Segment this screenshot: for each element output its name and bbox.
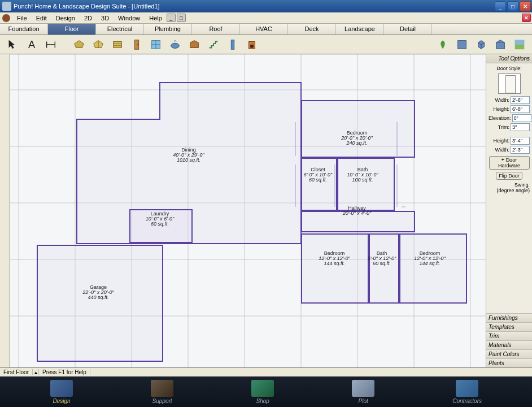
dock-support[interactable]: Support [151, 380, 173, 404]
tab-roof[interactable]: Roof [192, 24, 240, 34]
tab-electrical[interactable]: Electrical [96, 24, 144, 34]
tab-plumbing[interactable]: Plumbing [144, 24, 192, 34]
menu-2d[interactable]: 2D [80, 14, 97, 23]
swing-label: Swing: [489, 182, 530, 188]
view-2d-icon[interactable] [454, 37, 470, 53]
svg-text:60 sq.ft.: 60 sq.ft. [373, 261, 391, 266]
status-floor[interactable]: First Floor [0, 369, 33, 375]
svg-rect-35 [302, 234, 368, 303]
tool-options-panel: Tool Options Door Style: Width: Height: … [486, 54, 532, 367]
panel-furnishings[interactable]: Furnishings [486, 313, 532, 322]
dock-plot[interactable]: Plot [352, 380, 374, 404]
height2-label: Height: [489, 138, 511, 144]
minimize-button[interactable]: _ [495, 1, 506, 11]
drawing-canvas[interactable]: Dining40'-0" x 29'-0"1010 sq.ft.Laundry1… [10, 54, 486, 367]
menu-3d[interactable]: 3D [97, 14, 114, 23]
mdi-minimize-button[interactable]: _ [167, 14, 176, 22]
svg-rect-30 [37, 245, 163, 361]
mdi-restore-button[interactable]: □ [177, 14, 186, 22]
width-label: Width: [489, 97, 511, 103]
width2-label: Width: [489, 147, 511, 153]
vertical-ruler: ◀ [0, 54, 10, 367]
cabinet-tool-icon[interactable] [186, 37, 202, 53]
door-style-preview[interactable] [498, 73, 521, 94]
panel-paint-colors[interactable]: Paint Colors [486, 349, 532, 358]
contractors-icon [456, 380, 478, 397]
svg-point-3 [137, 44, 138, 45]
svg-text:A: A [28, 38, 36, 50]
flip-door-button[interactable]: Flip Door [496, 172, 522, 180]
svg-text:240 sq.ft.: 240 sq.ft. [346, 140, 367, 146]
width-input[interactable] [511, 96, 530, 104]
category-tabs: Foundation Floor Electrical Plumbing Roo… [0, 24, 532, 35]
view-3d-icon[interactable] [473, 37, 489, 53]
elevation-input[interactable] [512, 114, 531, 122]
floor-tool-3-icon[interactable] [110, 37, 125, 53]
menu-edit[interactable]: Edit [32, 14, 51, 23]
panel-trim[interactable]: Trim [486, 331, 532, 340]
window-title: Punch! Home & Landscape Design Suite - [… [14, 3, 160, 10]
svg-text:100 sq.ft.: 100 sq.ft. [352, 177, 373, 183]
door-hardware-button[interactable]: + Door Hardware [489, 156, 530, 170]
view-render-icon[interactable] [512, 37, 527, 53]
door-tool-icon[interactable] [129, 37, 145, 53]
maximize-button[interactable]: □ [507, 1, 518, 11]
svg-rect-12 [515, 40, 525, 44]
app-logo-icon [2, 14, 10, 22]
toolbar: A [0, 35, 532, 54]
panel-plants[interactable]: Plants [486, 358, 532, 367]
text-tool[interactable]: A [24, 37, 40, 53]
tab-deck[interactable]: Deck [288, 24, 336, 34]
tab-detail[interactable]: Detail [384, 24, 432, 34]
menu-file[interactable]: File [12, 14, 32, 23]
menu-window[interactable]: Window [114, 14, 145, 23]
height-input[interactable] [511, 105, 530, 113]
svg-rect-8 [250, 45, 254, 48]
eco-tool-icon[interactable] [435, 37, 451, 53]
svg-text:144 sq.ft.: 144 sq.ft. [324, 261, 345, 266]
svg-rect-9 [458, 40, 466, 49]
mdi-close-button[interactable]: ✕ [522, 14, 531, 22]
svg-rect-31 [302, 101, 415, 157]
svg-text:60 sq.ft.: 60 sq.ft. [309, 177, 327, 183]
panel-templates[interactable]: Templates [486, 322, 532, 331]
height2-input[interactable] [511, 137, 530, 145]
svg-rect-33 [338, 158, 394, 210]
trim-label: Trim: [489, 124, 511, 130]
plumbing-tool-icon[interactable] [167, 37, 183, 53]
dock-shop[interactable]: Shop [251, 380, 274, 404]
menu-design[interactable]: Design [51, 14, 80, 23]
fireplace-tool-icon[interactable] [244, 37, 260, 53]
dock-design[interactable]: Design [50, 380, 73, 404]
dock-contractors[interactable]: Contractors [452, 380, 482, 404]
tab-landscape[interactable]: Landscape [336, 24, 384, 34]
floor-tool-2-icon[interactable] [90, 37, 106, 53]
trim-input[interactable] [511, 123, 530, 131]
plot-icon [352, 380, 374, 397]
tab-hvac[interactable]: HVAC [240, 24, 288, 34]
width2-input[interactable] [511, 146, 530, 154]
svg-rect-37 [400, 234, 466, 303]
window-tool-icon[interactable] [148, 37, 164, 53]
elevation-label: Elevation: [489, 115, 512, 121]
floor-up-icon[interactable]: ▴ [33, 369, 38, 375]
close-button[interactable]: ✕ [520, 1, 531, 11]
svg-rect-32 [302, 158, 337, 210]
svg-point-5 [171, 43, 180, 48]
panel-materials[interactable]: Materials [486, 340, 532, 349]
pointer-tool[interactable] [5, 37, 20, 53]
menu-help[interactable]: Help [145, 14, 167, 23]
floor-tool-1-icon[interactable] [71, 37, 87, 53]
svg-text:1010 sq.ft.: 1010 sq.ft. [177, 157, 200, 163]
column-tool-icon[interactable] [225, 37, 241, 53]
bottom-dock: Design Support Shop Plot Contractors [0, 376, 532, 407]
dimension-tool[interactable] [43, 37, 59, 53]
floorplan-svg: Dining40'-0" x 29'-0"1010 sq.ft.Laundry1… [10, 54, 486, 367]
view-elevation-icon[interactable] [492, 37, 508, 53]
tab-floor[interactable]: Floor [48, 24, 96, 34]
title-bar: Punch! Home & Landscape Design Suite - [… [0, 0, 532, 12]
tab-foundation[interactable]: Foundation [0, 24, 48, 34]
svg-rect-36 [369, 234, 399, 303]
app-icon [2, 2, 11, 11]
stair-tool-icon[interactable] [206, 37, 221, 53]
